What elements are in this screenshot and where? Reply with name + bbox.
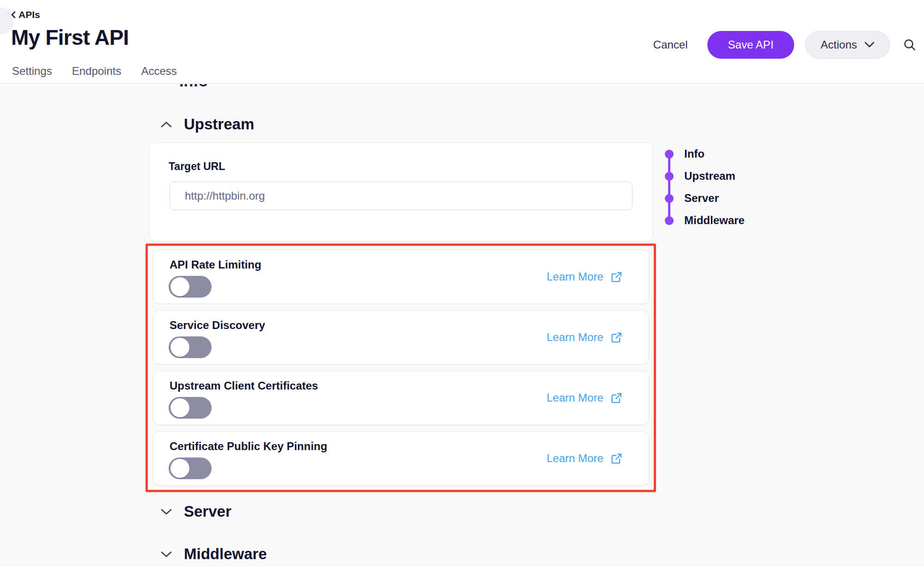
section-heading-middleware[interactable]: Middleware <box>161 545 267 563</box>
feature-title: Upstream Client Certificates <box>170 379 318 392</box>
feature-card-api-rate-limiting: API Rate Limiting Learn More <box>153 250 649 304</box>
toggle-knob <box>170 277 189 296</box>
chevron-down-icon <box>161 508 172 515</box>
nav-dot <box>665 172 674 181</box>
server-section-title: Server <box>184 503 231 520</box>
side-nav-item-upstream[interactable]: Upstream <box>665 165 745 187</box>
tab-settings[interactable]: Settings <box>12 65 52 78</box>
feature-title: Certificate Public Key Pinning <box>170 440 327 453</box>
actions-dropdown-button[interactable]: Actions <box>805 31 890 59</box>
feature-card-certificate-public-key-pinning: Certificate Public Key Pinning Learn Mor… <box>153 431 649 486</box>
section-heading-server[interactable]: Server <box>161 503 231 520</box>
cancel-button[interactable]: Cancel <box>645 38 696 51</box>
external-link-icon <box>610 452 623 465</box>
section-heading-info-clipped: Info <box>179 84 244 91</box>
toggle-knob <box>170 338 189 357</box>
header-actions: Cancel Save API Actions <box>645 30 918 59</box>
side-nav-item-server[interactable]: Server <box>665 187 745 209</box>
target-url-label: Target URL <box>169 160 225 173</box>
tab-endpoints[interactable]: Endpoints <box>72 65 122 78</box>
learn-more-label: Learn More <box>547 331 603 344</box>
nav-dot <box>665 194 674 203</box>
learn-more-label: Learn More <box>547 452 603 465</box>
external-link-icon <box>610 271 623 283</box>
actions-label: Actions <box>821 38 857 51</box>
breadcrumb-back-to-apis[interactable]: APIs <box>10 9 40 20</box>
target-url-card: Target URL <box>149 142 653 242</box>
breadcrumb-label: APIs <box>18 9 40 20</box>
toggle-knob <box>170 398 189 417</box>
learn-more-link[interactable]: Learn More <box>547 452 623 465</box>
nav-label: Info <box>684 147 705 160</box>
api-designer-page: APIs My First API Settings Endpoints Acc… <box>0 0 924 567</box>
tab-access[interactable]: Access <box>141 65 176 78</box>
middleware-section-title: Middleware <box>184 545 267 563</box>
certificate-public-key-pinning-toggle[interactable] <box>169 457 212 479</box>
nav-label: Middleware <box>684 214 745 227</box>
page-title: My First API <box>11 25 129 50</box>
upstream-client-certificates-toggle[interactable] <box>169 397 212 419</box>
learn-more-label: Learn More <box>547 391 603 404</box>
feature-card-upstream-client-certificates: Upstream Client Certificates Learn More <box>153 371 649 425</box>
header: APIs My First API Settings Endpoints Acc… <box>0 0 924 84</box>
toggle-knob <box>170 459 189 478</box>
search-button[interactable] <box>902 37 918 53</box>
side-nav-item-info[interactable]: Info <box>665 143 745 165</box>
nav-dot <box>665 150 674 159</box>
target-url-input[interactable] <box>170 182 632 210</box>
section-heading-upstream[interactable]: Upstream <box>161 116 254 133</box>
nav-label: Server <box>684 192 719 205</box>
tab-bar: Settings Endpoints Access <box>12 65 177 78</box>
external-link-icon <box>610 392 623 404</box>
learn-more-label: Learn More <box>547 270 603 283</box>
feature-title: API Rate Limiting <box>170 258 261 271</box>
learn-more-link[interactable]: Learn More <box>547 331 623 344</box>
nav-dot <box>665 216 674 225</box>
chevron-down-icon <box>161 551 172 558</box>
side-nav-item-middleware[interactable]: Middleware <box>665 209 745 232</box>
api-rate-limiting-toggle[interactable] <box>169 276 212 298</box>
feature-title: Service Discovery <box>170 319 265 332</box>
feature-card-service-discovery: Service Discovery Learn More <box>153 310 649 365</box>
service-discovery-toggle[interactable] <box>169 336 212 358</box>
nav-label: Upstream <box>684 170 736 183</box>
chevron-left-icon <box>10 10 17 19</box>
external-link-icon <box>610 331 623 344</box>
learn-more-link[interactable]: Learn More <box>547 270 623 283</box>
chevron-up-icon <box>161 121 172 128</box>
search-icon <box>903 38 917 52</box>
section-side-nav: Info Upstream Server Middleware <box>665 143 745 232</box>
chevron-down-icon <box>864 42 875 48</box>
learn-more-link[interactable]: Learn More <box>547 391 623 404</box>
upstream-section-title: Upstream <box>184 116 254 133</box>
save-api-button[interactable]: Save API <box>707 31 795 59</box>
